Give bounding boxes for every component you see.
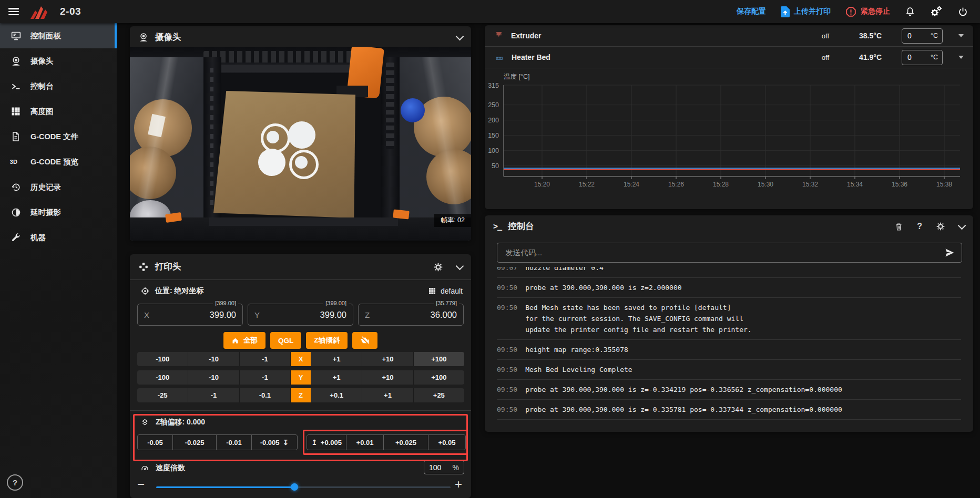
preset-dropdown-caret-icon[interactable] [958, 34, 964, 37]
webcam-icon [138, 32, 149, 43]
svg-text:15:20: 15:20 [534, 181, 550, 188]
jog-y-plus-1[interactable]: +1 [311, 370, 362, 385]
console-help-icon[interactable]: ? [917, 222, 922, 231]
sidebar-item-label: G-CODE 文件 [30, 132, 78, 142]
jog-z-minus-01[interactable]: -0.1 [240, 388, 290, 402]
notifications-bell-icon[interactable] [905, 6, 915, 17]
jog-z-plus-25[interactable]: +25 [414, 388, 464, 402]
motors-off-button[interactable] [352, 332, 377, 349]
y-position-field[interactable]: [399.00] Y 399.00 [248, 304, 353, 326]
sidebar-item-gcode-files[interactable]: G-CODE 文件 [0, 124, 117, 149]
jog-y-minus-10[interactable]: -10 [188, 370, 239, 385]
z-offset-minus-001[interactable]: -0.01 [217, 435, 251, 450]
qgl-button[interactable]: QGL [270, 332, 301, 349]
jog-z-minus-25[interactable]: -25 [137, 388, 188, 402]
x-position-field[interactable]: [399.00] X 399.00 [137, 304, 243, 326]
console-input[interactable] [504, 248, 944, 257]
bed-mesh-profile[interactable]: default [428, 287, 463, 295]
sidebar-item-dashboard[interactable]: 控制面板 [0, 23, 117, 48]
z-offset-plus-0025[interactable]: +0.025 [384, 435, 428, 450]
grid-icon [9, 106, 22, 117]
heater-state: off [822, 32, 829, 40]
jog-x-plus-100[interactable]: +100 [414, 352, 464, 366]
menu-icon[interactable] [8, 8, 19, 15]
z-position-field[interactable]: [35.779] Z 36.000 [358, 304, 464, 326]
gear-icon[interactable] [936, 222, 945, 231]
preset-dropdown-caret-icon[interactable] [958, 56, 964, 59]
z-position-value: 36.000 [431, 310, 457, 320]
sidebar-item-console[interactable]: 控制台 [0, 74, 117, 99]
wrench-icon [9, 232, 22, 243]
sidebar-item-machine[interactable]: 机器 [0, 225, 117, 250]
extruder-target-input[interactable] [906, 31, 924, 40]
sidebar-item-gcode-preview[interactable]: 3D G-CODE 预览 [0, 149, 117, 174]
jog-z-plus-01[interactable]: +0.1 [311, 388, 362, 402]
heater-bed-icon [494, 53, 504, 62]
speed-decrease-button[interactable]: − [137, 479, 145, 490]
entry-message: Bed Mesh state has been saved to profile… [525, 302, 751, 335]
power-icon[interactable] [957, 6, 968, 17]
jog-y-minus-100[interactable]: -100 [137, 370, 188, 385]
emergency-stop-button[interactable]: 紧急停止 [845, 6, 890, 17]
z-offset-plus-001[interactable]: +0.01 [346, 435, 383, 450]
svg-text:15:26: 15:26 [668, 181, 684, 188]
jog-z-plus-1[interactable]: +1 [362, 388, 413, 402]
speed-factor-field[interactable]: % [424, 460, 464, 474]
send-icon[interactable] [944, 247, 955, 258]
z-offset-minus-0025[interactable]: -0.025 [173, 435, 216, 450]
collapse-chevron-icon[interactable] [456, 262, 464, 270]
upload-print-button[interactable]: 上传并打印 [781, 6, 831, 17]
jog-x-minus-10[interactable]: -10 [188, 352, 239, 366]
arrow-up-from-line-icon: ↥ [311, 438, 318, 447]
trash-icon[interactable] [894, 222, 903, 232]
z-offset-minus-005[interactable]: -0.05 [138, 435, 172, 450]
speed-factor-input[interactable] [429, 463, 448, 472]
z-tilt-label: Z轴倾斜 [314, 336, 340, 345]
jog-z-minus-1[interactable]: -1 [188, 388, 239, 402]
collapse-chevron-icon[interactable] [456, 32, 464, 40]
history-clock-icon [9, 182, 22, 193]
arrow-down-to-line-icon: ↧ [283, 438, 289, 447]
jog-x-minus-100[interactable]: -100 [137, 352, 188, 366]
console-input-field[interactable] [497, 243, 962, 263]
extruder-target-field[interactable]: °C [902, 28, 943, 44]
entry-message: probe at 390.000,390.000 is z=-0.334219 … [525, 384, 842, 395]
sidebar-item-webcam[interactable]: 摄像头 [0, 48, 117, 74]
jog-x-minus-1[interactable]: -1 [240, 352, 290, 366]
z-offset-minus-0005[interactable]: -0.005 ↧ [252, 435, 297, 450]
jog-y-minus-1[interactable]: -1 [240, 370, 290, 385]
help-button[interactable]: ? [7, 474, 23, 491]
svg-text:15:38: 15:38 [936, 181, 952, 188]
speed-increase-button[interactable]: + [455, 479, 462, 490]
target-unit: °C [931, 54, 938, 61]
z-offset-plus-0005[interactable]: ↥ +0.005 [307, 435, 346, 450]
speed-slider[interactable] [156, 486, 451, 488]
temperature-panel: Extruder off 38.5°C °C Heater Bed off 41… [485, 25, 973, 209]
jog-y-plus-10[interactable]: +10 [362, 370, 413, 385]
console-log[interactable]: 09:07 nozzle diameter 0.4 09:50 probe at… [485, 267, 973, 431]
collapse-chevron-icon[interactable] [958, 221, 966, 230]
jog-z-axis-button[interactable]: Z [291, 388, 311, 402]
entry-message: probe at 390.000,390.000 is z=2.000000 [525, 282, 681, 293]
z-tilt-button[interactable]: Z轴倾斜 [306, 332, 348, 349]
speed-slider-thumb[interactable] [291, 483, 298, 491]
heater-bed-target-input[interactable] [906, 53, 924, 62]
jog-x-axis-button[interactable]: X [291, 352, 311, 366]
jog-x-plus-1[interactable]: +1 [311, 352, 362, 366]
jog-y-plus-100[interactable]: +100 [414, 370, 464, 385]
gear-icon[interactable] [433, 262, 443, 272]
z-offset-minus-0005-label: -0.005 [260, 439, 280, 447]
home-all-button[interactable]: 全部 [223, 332, 266, 349]
console-panel-header: >_ 控制台 ? [485, 215, 973, 237]
interface-settings-gears-icon[interactable] [930, 5, 943, 18]
jog-y-axis-button[interactable]: Y [291, 370, 311, 385]
jog-row-x: -100 -10 -1 X +1 +10 +100 [137, 352, 464, 366]
heater-bed-target-field[interactable]: °C [902, 50, 943, 65]
sidebar-item-label: 高度图 [30, 107, 54, 117]
jog-x-plus-10[interactable]: +10 [362, 352, 413, 366]
sidebar-item-history[interactable]: 历史记录 [0, 174, 117, 200]
sidebar-item-timelapse[interactable]: 延时摄影 [0, 200, 117, 225]
sidebar-item-heightmap[interactable]: 高度图 [0, 99, 117, 124]
save-config-button[interactable]: 保存配置 [737, 7, 766, 16]
z-offset-plus-005[interactable]: +0.05 [428, 435, 465, 450]
